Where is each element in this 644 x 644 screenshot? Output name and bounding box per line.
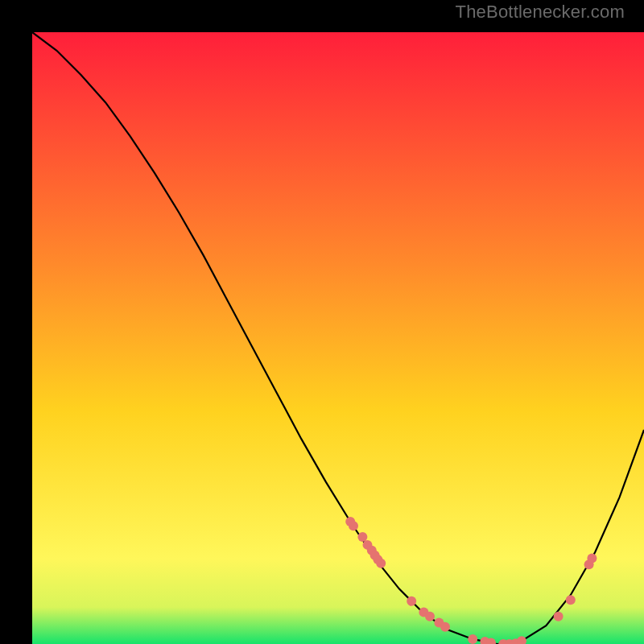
data-point [566, 595, 576, 605]
bottleneck-chart [32, 32, 644, 644]
data-point [440, 622, 450, 632]
data-point [407, 597, 416, 606]
data-point [349, 521, 358, 530]
chart-frame [16, 16, 628, 628]
watermark-text: TheBottlenecker.com [456, 2, 625, 23]
data-point [376, 559, 386, 568]
data-point [554, 612, 564, 621]
data-point [425, 612, 435, 621]
data-point [587, 554, 597, 564]
data-point [468, 634, 477, 644]
gradient-background [32, 32, 644, 644]
